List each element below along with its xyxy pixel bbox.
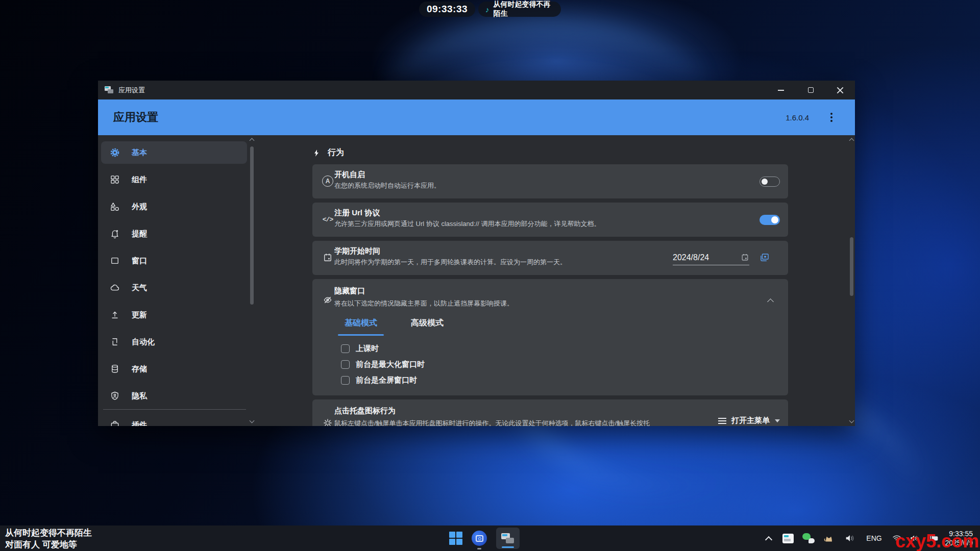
sidebar-item-label: 插件 [132, 420, 147, 427]
active-indicator [502, 546, 514, 548]
sidebar-item-window[interactable]: 窗口 [101, 249, 247, 272]
sidebar-item-privacy[interactable]: 隐私 [101, 385, 247, 407]
tab-advanced-mode[interactable]: 高级模式 [404, 318, 450, 336]
overlay-clock-text: 09:33:33 [427, 4, 468, 15]
menu-icon [718, 418, 726, 424]
window-controls [766, 81, 855, 99]
sidebar-scrollbar[interactable] [249, 135, 255, 426]
scroll-up-arrow[interactable] [250, 138, 254, 142]
window-icon [109, 255, 120, 266]
desktop: 09:33:33 ♪ 从何时起变得不再陌生 应用设置 应用设置 1.6.0.4 [0, 0, 980, 551]
checkbox-row[interactable]: 前台是最大化窗口时 [341, 360, 425, 369]
setting-title: 隐藏窗口 [334, 286, 365, 296]
close-button[interactable] [825, 81, 855, 99]
more-menu-button[interactable] [830, 116, 832, 118]
date-picker-icon[interactable] [741, 253, 749, 262]
settings-main: 行为 A 开机自启 在您的系统启动时自动运行本应用。 </> 注册 Url 协议… [255, 135, 855, 426]
app-header: 应用设置 1.6.0.4 [98, 99, 855, 135]
classisland-app-icon [501, 533, 514, 544]
url-protocol-toggle[interactable] [760, 215, 780, 225]
tray-expand-button[interactable] [760, 525, 778, 551]
checkbox-label: 前台是最大化窗口时 [356, 360, 425, 369]
sidebar-item-label: 基本 [132, 148, 147, 158]
sidebar-item-label: 天气 [132, 283, 147, 293]
taskbar-app-active[interactable] [496, 528, 520, 549]
window-titlebar[interactable]: 应用设置 [98, 81, 855, 99]
checkbox-row[interactable]: 前台是全屏窗口时 [341, 375, 417, 385]
sidebar-item-storage[interactable]: 存储 [101, 358, 247, 380]
sidebar-item-weather[interactable]: 天气 [101, 277, 247, 299]
tray-wechat-icon[interactable] [798, 525, 819, 551]
taskbar: 从何时起变得不再陌生 对面有人 可爱地等 [0, 525, 980, 551]
database-icon [109, 363, 120, 374]
section-title: 行为 [328, 147, 344, 158]
taskbar-center [449, 525, 520, 551]
gear-icon [109, 147, 120, 158]
setting-subtitle: 将在以下选定的情况隐藏主界面，以防止遮挡屏幕影响授课。 [334, 299, 513, 308]
eye-off-icon [322, 294, 334, 306]
tray-click-dropdown[interactable]: 打开主菜单 [718, 416, 780, 425]
main-scrollbar[interactable] [848, 135, 855, 426]
checkbox-unchecked[interactable] [341, 360, 350, 369]
hide-window-tabs: 基础模式 高级模式 [338, 318, 450, 336]
bell-icon [109, 228, 120, 239]
sidebar-item-plugins[interactable]: 插件 [101, 414, 247, 426]
chevron-down-icon [775, 419, 780, 422]
tray-classisland-icon[interactable] [778, 525, 798, 551]
start-button[interactable] [449, 525, 462, 551]
sidebar-scrollbar-thumb[interactable] [250, 146, 254, 305]
card-autostart: A 开机自启 在您的系统启动时自动运行本应用。 [312, 164, 788, 198]
tray-cat-icon[interactable] [819, 525, 839, 551]
checkbox-unchecked[interactable] [341, 376, 350, 385]
card-url-protocol: </> 注册 Url 协议 允许第三方应用或网页通过 Url 协议 classi… [312, 203, 788, 237]
lightning-icon [312, 148, 321, 158]
sidebar-item-automation[interactable]: 自动化 [101, 331, 247, 353]
main-scrollbar-thumb[interactable] [850, 237, 853, 296]
setting-title: 注册 Url 协议 [334, 208, 380, 218]
shield-person-icon [109, 390, 120, 402]
components-icon [109, 174, 120, 185]
sidebar-item-label: 窗口 [132, 256, 147, 266]
overlay-clock: 09:33:33 [419, 2, 475, 17]
sidebar-item-label: 外观 [132, 202, 147, 212]
setting-title: 点击托盘图标行为 [334, 406, 396, 416]
sidebar-item-label: 存储 [132, 364, 147, 374]
scroll-up-arrow[interactable] [849, 138, 854, 142]
sidebar-item-updates[interactable]: 更新 [101, 304, 247, 326]
date-value: 2024/8/24 [673, 253, 709, 262]
autostart-toggle[interactable] [760, 177, 780, 187]
setting-subtitle: 在您的系统启动时自动运行本应用。 [334, 181, 440, 190]
calendar-jump-button[interactable] [758, 252, 771, 263]
taskbar-app-running[interactable] [472, 525, 487, 551]
date-input[interactable]: 2024/8/24 [673, 250, 749, 265]
scroll-down-arrow[interactable] [849, 419, 854, 423]
shapes-icon [109, 201, 120, 212]
scroll-down-arrow[interactable] [250, 419, 254, 423]
running-indicator [477, 548, 481, 549]
language-indicator[interactable]: ENG [861, 525, 888, 551]
tray-volume-mixer-icon[interactable] [839, 525, 861, 551]
section-behavior: 行为 [312, 147, 344, 158]
checkbox-label: 前台是全屏窗口时 [356, 375, 417, 385]
app-version: 1.6.0.4 [786, 113, 809, 122]
now-playing-pill: ♪ 从何时起变得不再陌生 [478, 2, 561, 17]
app-settings-window: 应用设置 应用设置 1.6.0.4 基本 [98, 81, 855, 426]
checkbox-row[interactable]: 上课时 [341, 344, 379, 354]
card-hide-window: 隐藏窗口 将在以下选定的情况隐藏主界面，以防止遮挡屏幕影响授课。 基础模式 高级… [312, 279, 788, 395]
sidebar-item-notifications[interactable]: 提醒 [101, 222, 247, 245]
window-title: 应用设置 [118, 86, 145, 95]
collapse-chevron-icon[interactable] [768, 297, 774, 304]
sidebar-item-appearance[interactable]: 外观 [101, 195, 247, 218]
sidebar-item-basic[interactable]: 基本 [101, 141, 247, 164]
tab-basic-mode[interactable]: 基础模式 [338, 318, 384, 336]
setting-subtitle: 鼠标左键点击/触屏单击本应用托盘图标时进行的操作。无论此设置处于何种选项，鼠标右… [334, 419, 692, 426]
blue-app-icon [472, 531, 487, 546]
card-semester-start: 学期开始时间 此时间将作为学期的第一天，用于多周轮换课表的计算。应设为一周的第一… [312, 241, 788, 275]
checkbox-unchecked[interactable] [341, 344, 350, 353]
card-tray-click: 点击托盘图标行为 鼠标左键点击/触屏单击本应用托盘图标时进行的操作。无论此设置处… [312, 399, 788, 426]
sidebar-item-components[interactable]: 组件 [101, 168, 247, 191]
minimize-button[interactable] [766, 81, 796, 99]
sidebar-item-label: 隐私 [132, 391, 147, 401]
maximize-button[interactable] [796, 81, 825, 99]
music-note-icon: ♪ [485, 5, 489, 14]
